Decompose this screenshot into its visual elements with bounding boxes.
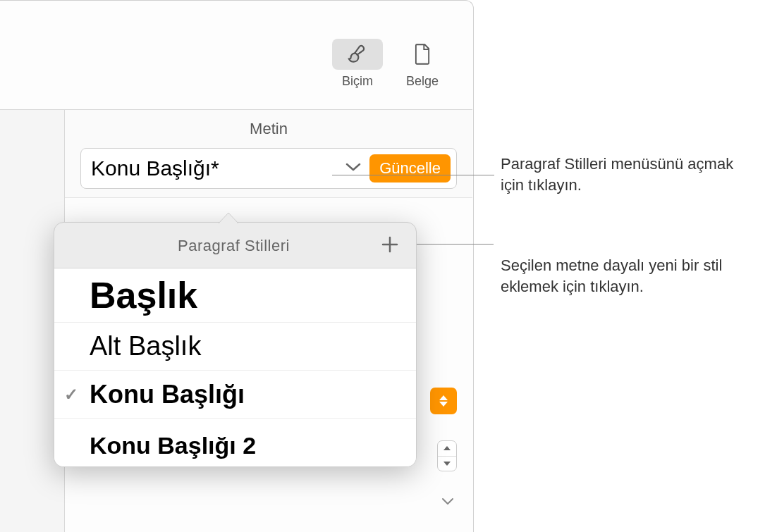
format-tab[interactable]: Biçim [332, 39, 383, 89]
paragraph-styles-popover: Paragraf Stilleri Başlık Alt Başlık ✓ Ko… [54, 222, 417, 467]
callout-open-menu: Paragraf Stilleri menüsünü açmak için tı… [501, 154, 754, 195]
callout-add-style: Seçilen metne dayalı yeni bir stil eklem… [501, 255, 761, 297]
plus-icon [381, 235, 399, 254]
style-item-konu-basligi-2[interactable]: Konu Başlığı 2 [54, 419, 416, 466]
style-label: Alt Başlık [90, 331, 201, 361]
text-section: Metin Konu Başlığı* Güncelle [65, 109, 472, 198]
update-button[interactable]: Güncelle [369, 154, 451, 183]
top-toolbar: Biçim Belge [332, 39, 448, 89]
style-item-baslik[interactable]: Başlık [54, 268, 416, 323]
format-label: Biçim [342, 74, 373, 89]
add-style-button[interactable] [378, 233, 402, 259]
style-label: Başlık [90, 274, 197, 316]
dropdown-control[interactable] [430, 388, 457, 414]
style-label: Konu Başlığı [90, 380, 245, 409]
paragraph-style-field[interactable]: Konu Başlığı* Güncelle [80, 148, 457, 189]
document-label: Belge [406, 74, 439, 89]
section-title: Metin [65, 110, 472, 148]
expand-chevron-icon[interactable] [441, 496, 454, 509]
checkmark-icon: ✓ [64, 385, 78, 404]
callout-line [403, 244, 494, 245]
popover-arrow [219, 212, 238, 223]
callout-line [332, 175, 494, 175]
stepper-control[interactable] [437, 440, 457, 471]
document-icon [412, 43, 432, 66]
paragraph-style-row: Konu Başlığı* Güncelle [65, 148, 472, 198]
style-item-alt-baslik[interactable]: Alt Başlık [54, 323, 416, 371]
style-list: Başlık Alt Başlık ✓ Konu Başlığı Konu Ba… [54, 268, 416, 466]
brush-icon [346, 43, 369, 66]
style-label: Konu Başlığı 2 [90, 432, 256, 459]
style-item-konu-basligi[interactable]: ✓ Konu Başlığı [54, 371, 416, 419]
current-style-name: Konu Başlığı* [91, 156, 337, 180]
chevron-down-icon[interactable] [337, 162, 369, 175]
popover-title: Paragraf Stilleri [90, 237, 378, 255]
document-tab[interactable]: Belge [397, 39, 448, 89]
popover-header: Paragraf Stilleri [54, 223, 416, 268]
